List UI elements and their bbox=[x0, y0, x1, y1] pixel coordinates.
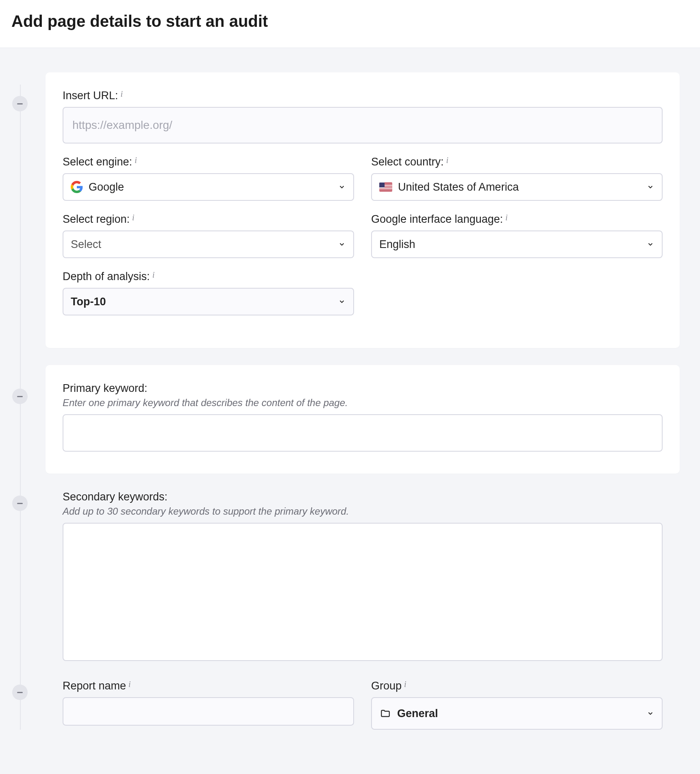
info-icon[interactable]: i bbox=[135, 156, 137, 165]
engine-value: Google bbox=[89, 181, 332, 194]
chevron-down-icon bbox=[646, 709, 654, 717]
section-secondary-keywords: Secondary keywords: Add up to 30 seconda… bbox=[46, 491, 680, 663]
step-marker-2[interactable] bbox=[12, 389, 28, 404]
step-marker-4[interactable] bbox=[12, 685, 28, 700]
secondary-hint: Add up to 30 secondary keywords to suppo… bbox=[63, 506, 663, 517]
chevron-down-icon bbox=[338, 298, 346, 306]
card-primary-keyword: Primary keyword: Enter one primary keywo… bbox=[46, 365, 680, 474]
step-marker-3[interactable] bbox=[12, 496, 28, 511]
info-icon[interactable]: i bbox=[446, 156, 449, 165]
info-icon[interactable]: i bbox=[505, 213, 508, 222]
google-icon bbox=[71, 181, 83, 193]
engine-select[interactable]: Google bbox=[63, 173, 354, 201]
chevron-down-icon bbox=[338, 240, 346, 248]
primary-hint: Enter one primary keyword that describes… bbox=[63, 397, 663, 409]
region-label: Select region: bbox=[63, 213, 130, 226]
country-select[interactable]: United States of America bbox=[371, 173, 663, 201]
chevron-down-icon bbox=[646, 183, 654, 191]
report-name-input[interactable] bbox=[63, 697, 354, 726]
language-value: English bbox=[379, 238, 641, 251]
language-label: Google interface language: bbox=[371, 213, 503, 226]
section-report: Report name i Group i General bbox=[46, 680, 680, 730]
country-label: Select country: bbox=[371, 156, 444, 168]
engine-label: Select engine: bbox=[63, 156, 132, 168]
language-select[interactable]: English bbox=[371, 230, 663, 258]
primary-keyword-input[interactable] bbox=[63, 414, 663, 452]
report-name-label: Report name bbox=[63, 680, 126, 692]
info-icon[interactable]: i bbox=[152, 270, 155, 280]
url-input[interactable] bbox=[63, 107, 663, 143]
region-select[interactable]: Select bbox=[63, 230, 354, 258]
page-title: Add page details to start an audit bbox=[11, 12, 689, 30]
page-header: Add page details to start an audit bbox=[0, 0, 700, 48]
secondary-label: Secondary keywords: bbox=[63, 491, 167, 503]
info-icon[interactable]: i bbox=[128, 680, 131, 689]
depth-select[interactable]: Top-10 bbox=[63, 288, 354, 315]
group-select[interactable]: General bbox=[371, 697, 663, 730]
info-icon[interactable]: i bbox=[121, 89, 123, 99]
info-icon[interactable]: i bbox=[132, 213, 135, 222]
card-page-details: Insert URL: i Select engine: i Google bbox=[46, 72, 680, 348]
chevron-down-icon bbox=[338, 183, 346, 191]
chevron-down-icon bbox=[646, 240, 654, 248]
group-value: General bbox=[397, 707, 641, 720]
primary-label: Primary keyword: bbox=[63, 382, 148, 395]
country-value: United States of America bbox=[398, 181, 641, 194]
flag-us-icon bbox=[379, 183, 392, 191]
folder-icon bbox=[379, 708, 391, 719]
depth-label: Depth of analysis: bbox=[63, 270, 150, 283]
secondary-keywords-input[interactable] bbox=[63, 523, 663, 661]
step-marker-1[interactable] bbox=[12, 96, 28, 111]
url-label: Insert URL: bbox=[63, 89, 118, 102]
depth-value: Top-10 bbox=[71, 296, 332, 308]
info-icon[interactable]: i bbox=[404, 680, 407, 689]
group-label: Group bbox=[371, 680, 402, 692]
region-value: Select bbox=[71, 238, 332, 251]
